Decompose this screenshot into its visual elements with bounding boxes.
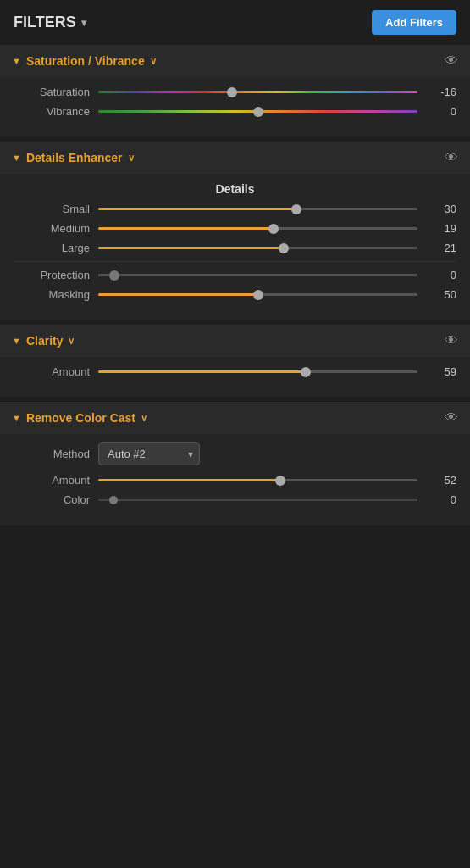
thumb-medium[interactable] bbox=[268, 224, 279, 234]
add-filters-button[interactable]: Add Filters bbox=[372, 10, 456, 35]
track-clarity-amount bbox=[98, 370, 417, 373]
section-details-enhancer-header: ▼ Details Enhancer ∨ 👁 bbox=[0, 142, 470, 174]
section-dropdown-icon[interactable]: ∨ bbox=[150, 56, 157, 67]
slider-label-medium: Medium bbox=[14, 222, 90, 235]
track-saturation bbox=[98, 91, 417, 93]
filters-panel: FILTERS ▾ Add Filters ▼ Saturation / Vib… bbox=[0, 0, 470, 525]
slider-label-colorcast-amount: Amount bbox=[14, 474, 90, 487]
section-remove-color-cast-title: ▼ Remove Color Cast ∨ bbox=[12, 411, 147, 425]
slider-label-small: Small bbox=[14, 203, 90, 215]
track-vibrance bbox=[98, 110, 417, 113]
slider-row-protection: Protection 0 bbox=[14, 269, 456, 281]
collapse-arrow-icon[interactable]: ▼ bbox=[12, 336, 21, 346]
panel-title-dropdown-icon[interactable]: ▾ bbox=[81, 17, 86, 29]
section-details-enhancer-body: Details Small 30 Medium 19 bbox=[0, 174, 470, 320]
slider-label-protection: Protection bbox=[14, 269, 90, 281]
slider-row-vibrance: Vibrance 0 bbox=[14, 105, 456, 118]
thumb-large[interactable] bbox=[279, 243, 289, 253]
section-dropdown-icon[interactable]: ∨ bbox=[68, 336, 75, 347]
method-select-wrap[interactable]: Auto #1 Auto #2 Auto #3 Manual bbox=[98, 442, 200, 465]
section-clarity: ▼ Clarity ∨ 👁 Amount 59 bbox=[0, 325, 470, 397]
thumb-clarity-amount[interactable] bbox=[301, 367, 311, 377]
section-title-text: Details Enhancer bbox=[26, 151, 123, 164]
section-remove-color-cast-body: Method Auto #1 Auto #2 Auto #3 Manual Am… bbox=[0, 434, 470, 525]
slider-row-masking: Masking 50 bbox=[14, 288, 456, 301]
slider-label-large: Large bbox=[14, 242, 90, 254]
panel-title-text: FILTERS bbox=[14, 14, 76, 31]
section-title-text: Remove Color Cast bbox=[26, 411, 135, 425]
thumb-colorcast-amount[interactable] bbox=[275, 476, 285, 486]
slider-track-clarity-amount[interactable] bbox=[98, 370, 417, 374]
slider-row-colorcast-amount: Amount 52 bbox=[14, 474, 456, 487]
slider-label-saturation: Saturation bbox=[14, 86, 90, 98]
slider-track-colorcast-amount[interactable] bbox=[98, 479, 417, 482]
slider-label-colorcast-color: Color bbox=[14, 493, 90, 506]
section-remove-color-cast: ▼ Remove Color Cast ∨ 👁 Method Auto #1 A… bbox=[0, 402, 470, 525]
slider-track-protection[interactable] bbox=[98, 274, 417, 277]
section-clarity-body: Amount 59 bbox=[0, 357, 470, 397]
visibility-icon[interactable]: 👁 bbox=[445, 333, 458, 348]
slider-value-colorcast-color: 0 bbox=[426, 493, 456, 506]
slider-track-medium[interactable] bbox=[98, 227, 417, 231]
section-saturation-vibrance: ▼ Saturation / Vibrance ∨ 👁 Saturation -… bbox=[0, 45, 470, 136]
track-medium bbox=[98, 227, 417, 230]
slider-value-small: 30 bbox=[426, 203, 456, 215]
slider-track-colorcast-color[interactable] bbox=[98, 498, 417, 502]
method-select[interactable]: Auto #1 Auto #2 Auto #3 Manual bbox=[98, 442, 200, 465]
section-dropdown-icon[interactable]: ∨ bbox=[128, 153, 135, 164]
thumb-vibrance[interactable] bbox=[253, 107, 263, 117]
track-small bbox=[98, 208, 417, 210]
panel-title: FILTERS ▾ bbox=[14, 14, 86, 31]
section-title-text: Clarity bbox=[26, 334, 64, 348]
section-divider bbox=[14, 261, 456, 262]
slider-track-small[interactable] bbox=[98, 208, 417, 211]
collapse-arrow-icon[interactable]: ▼ bbox=[12, 56, 21, 66]
section-saturation-vibrance-header: ▼ Saturation / Vibrance ∨ 👁 bbox=[0, 45, 470, 77]
visibility-icon[interactable]: 👁 bbox=[445, 150, 458, 165]
method-label: Method bbox=[14, 448, 90, 460]
thumb-protection[interactable] bbox=[109, 270, 119, 281]
track-protection bbox=[98, 274, 417, 276]
method-row: Method Auto #1 Auto #2 Auto #3 Manual bbox=[14, 442, 456, 465]
slider-value-large: 21 bbox=[426, 242, 456, 254]
panel-header: FILTERS ▾ Add Filters bbox=[0, 0, 470, 45]
slider-label-clarity-amount: Amount bbox=[14, 365, 90, 378]
thumb-saturation[interactable] bbox=[227, 87, 237, 97]
visibility-icon[interactable]: 👁 bbox=[445, 410, 458, 426]
slider-track-vibrance[interactable] bbox=[98, 110, 417, 114]
slider-value-colorcast-amount: 52 bbox=[426, 474, 456, 487]
section-clarity-header: ▼ Clarity ∨ 👁 bbox=[0, 325, 470, 357]
slider-row-medium: Medium 19 bbox=[14, 222, 456, 235]
slider-row-colorcast-color: Color 0 bbox=[14, 493, 456, 506]
section-title-text: Saturation / Vibrance bbox=[26, 54, 145, 68]
slider-value-vibrance: 0 bbox=[426, 105, 456, 118]
slider-row-small: Small 30 bbox=[14, 203, 456, 215]
slider-value-medium: 19 bbox=[426, 222, 456, 235]
slider-row-clarity-amount: Amount 59 bbox=[14, 365, 456, 378]
thumb-colorcast-color[interactable] bbox=[109, 496, 118, 504]
track-large bbox=[98, 247, 417, 249]
slider-value-protection: 0 bbox=[426, 269, 456, 281]
slider-row-saturation: Saturation -16 bbox=[14, 86, 456, 98]
section-saturation-vibrance-body: Saturation -16 Vibrance 0 bbox=[0, 77, 470, 136]
slider-value-clarity-amount: 59 bbox=[426, 365, 456, 378]
thumb-small[interactable] bbox=[291, 204, 301, 214]
section-saturation-vibrance-title: ▼ Saturation / Vibrance ∨ bbox=[12, 54, 157, 68]
slider-label-masking: Masking bbox=[14, 288, 90, 301]
section-clarity-title: ▼ Clarity ∨ bbox=[12, 334, 75, 348]
collapse-arrow-icon[interactable]: ▼ bbox=[12, 413, 21, 423]
track-colorcast-color bbox=[98, 499, 417, 501]
section-remove-color-cast-header: ▼ Remove Color Cast ∨ 👁 bbox=[0, 402, 470, 434]
visibility-icon[interactable]: 👁 bbox=[445, 53, 458, 69]
slider-label-vibrance: Vibrance bbox=[14, 105, 90, 118]
section-dropdown-icon[interactable]: ∨ bbox=[141, 413, 147, 424]
slider-value-saturation: -16 bbox=[426, 86, 456, 98]
thumb-masking[interactable] bbox=[253, 290, 263, 300]
collapse-arrow-icon[interactable]: ▼ bbox=[12, 153, 21, 163]
slider-value-masking: 50 bbox=[426, 288, 456, 301]
slider-track-masking[interactable] bbox=[98, 293, 417, 297]
slider-track-saturation[interactable] bbox=[98, 91, 417, 94]
track-colorcast-amount bbox=[98, 479, 417, 481]
slider-row-large: Large 21 bbox=[14, 242, 456, 254]
slider-track-large[interactable] bbox=[98, 247, 417, 250]
